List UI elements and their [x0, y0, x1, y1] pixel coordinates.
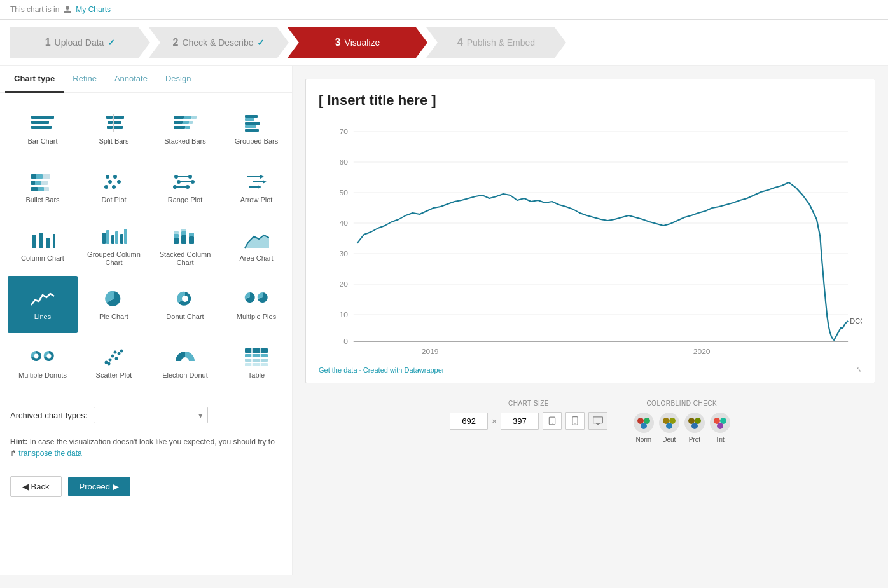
chart-width-input[interactable] [450, 413, 488, 430]
cb-prot[interactable]: Prot [684, 412, 705, 443]
scatter-plot-icon [101, 347, 127, 367]
svg-rect-9 [113, 114, 114, 132]
stacked-column-icon [172, 226, 198, 247]
step-1[interactable]: 1 Upload Data ✓ [10, 27, 150, 58]
chart-size-label: CHART SIZE [508, 400, 549, 407]
cb-deut-label: Deut [662, 436, 676, 443]
chart-area: 0 10 20 30 40 50 60 70 2019 2020 DCOILBR… [319, 119, 862, 360]
svg-rect-19 [245, 118, 254, 121]
lines-icon [30, 289, 55, 309]
pie-chart-label: Pie Chart [99, 313, 128, 321]
chart-item-split-bars[interactable]: Split Bars [79, 100, 149, 158]
svg-point-33 [113, 175, 117, 179]
svg-rect-10 [174, 116, 184, 119]
svg-rect-25 [31, 174, 36, 179]
svg-rect-12 [191, 116, 197, 119]
svg-rect-86 [245, 363, 268, 366]
settings-bar: CHART SIZE × COLORBLIN [305, 393, 875, 449]
created-with-link[interactable]: Created with Datawrapper [363, 366, 445, 374]
svg-rect-68 [181, 229, 186, 231]
cb-deut-circle [658, 412, 680, 434]
chart-item-scatter-plot[interactable]: Scatter Plot [79, 334, 149, 392]
svg-point-80 [108, 362, 111, 366]
chart-item-donut-chart[interactable]: Donut Chart [150, 276, 220, 333]
chart-item-table[interactable]: Table [221, 334, 291, 392]
chart-item-grouped-bars[interactable]: Grouped Bars [221, 100, 291, 158]
range-plot-label: Range Plot [168, 196, 202, 204]
chart-item-stacked-column[interactable]: Stacked Column Chart [150, 217, 220, 275]
chart-item-multiple-pies[interactable]: Multiple Pies [221, 276, 291, 333]
tab-design[interactable]: Design [156, 66, 200, 93]
svg-rect-65 [174, 231, 179, 234]
svg-rect-7 [114, 126, 123, 129]
svg-point-40 [188, 175, 192, 179]
grouped-column-icon [101, 226, 127, 247]
svg-rect-64 [174, 234, 179, 238]
chart-item-range-plot[interactable]: Range Plot [150, 159, 220, 216]
device-btn-desktop[interactable] [588, 412, 607, 430]
chart-item-arrow-plot[interactable]: Arrow Plot [221, 159, 291, 216]
chart-item-column-chart[interactable]: Column Chart [8, 217, 78, 275]
steps-bar: 1 Upload Data ✓ 2 Check & Describe ✓ 3 V… [0, 20, 888, 66]
transpose-link[interactable]: transpose the data [18, 449, 81, 458]
cb-trit[interactable]: Trit [709, 412, 731, 443]
step-4[interactable]: 4 Publish & Embed [426, 27, 566, 58]
cb-norm[interactable]: Norm [633, 412, 655, 443]
chart-item-pie-chart[interactable]: Pie Chart [79, 276, 149, 333]
tab-annotate[interactable]: Annotate [106, 66, 156, 93]
cb-deut[interactable]: Deut [658, 412, 680, 443]
chart-item-bar-chart[interactable]: Bar Chart [8, 100, 78, 158]
step-2[interactable]: 2 Check & Describe ✓ [149, 27, 289, 58]
archived-label: Archived chart types: [10, 411, 87, 420]
chart-height-input[interactable] [501, 413, 539, 430]
cb-prot-label: Prot [689, 436, 700, 443]
svg-rect-20 [245, 122, 260, 125]
svg-rect-22 [245, 129, 259, 132]
svg-point-122 [666, 423, 672, 429]
tab-refine[interactable]: Refine [64, 66, 106, 93]
scatter-plot-label: Scatter Plot [96, 371, 132, 379]
arrow-plot-label: Arrow Plot [240, 196, 273, 204]
chart-item-stacked-bars[interactable]: Stacked Bars [150, 100, 220, 158]
my-charts-link[interactable]: My Charts [76, 5, 111, 14]
cb-norm-circle [633, 412, 655, 434]
multiple-pies-label: Multiple Pies [237, 313, 276, 321]
chart-item-dot-plot[interactable]: Dot Plot [79, 159, 149, 216]
bullet-bars-label: Bullet Bars [25, 196, 59, 204]
chart-item-bullet-bars[interactable]: Bullet Bars [8, 159, 78, 216]
svg-point-72 [34, 354, 39, 359]
step-3[interactable]: 3 Visualize [288, 27, 427, 58]
proceed-button[interactable]: Proceed ▶ [68, 477, 130, 496]
hint-bold: Hint: [10, 437, 27, 446]
svg-rect-11 [184, 116, 191, 119]
colorblind-checks: Norm Deut [633, 412, 731, 443]
get-data-link[interactable]: Get the data [319, 366, 357, 374]
back-button[interactable]: ◀ Back [10, 476, 62, 497]
stacked-bars-label: Stacked Bars [164, 137, 205, 146]
election-donut-icon [172, 347, 198, 367]
svg-rect-15 [189, 121, 193, 124]
chart-item-grouped-column[interactable]: Grouped Column Chart [79, 217, 149, 275]
chart-item-lines[interactable]: Lines [8, 276, 78, 333]
svg-rect-67 [181, 231, 186, 235]
chart-item-area-chart[interactable]: Area Chart [221, 217, 291, 275]
svg-point-75 [109, 359, 112, 362]
area-chart-icon [244, 230, 269, 250]
device-btn-mobile[interactable] [565, 412, 585, 430]
svg-point-76 [111, 355, 114, 358]
archived-section: Archived chart types: [0, 399, 292, 431]
multiple-donuts-icon [30, 347, 55, 367]
dot-plot-icon [101, 172, 127, 192]
right-panel: [ Insert title here ] 0 10 20 30 [293, 66, 888, 575]
device-btn-tablet[interactable] [543, 412, 562, 430]
svg-rect-61 [120, 234, 123, 244]
chart-item-election-donut[interactable]: Election Donut [150, 334, 220, 392]
chart-item-multiple-donuts[interactable]: Multiple Donuts [8, 334, 78, 392]
donut-chart-label: Donut Chart [166, 313, 204, 321]
svg-text:2020: 2020 [693, 348, 711, 355]
archived-select[interactable] [94, 407, 208, 423]
table-icon [244, 347, 269, 367]
svg-rect-66 [181, 235, 186, 244]
hint-section: Hint: In case the visualization doesn't … [0, 431, 292, 467]
tab-chart-type[interactable]: Chart type [5, 66, 64, 93]
